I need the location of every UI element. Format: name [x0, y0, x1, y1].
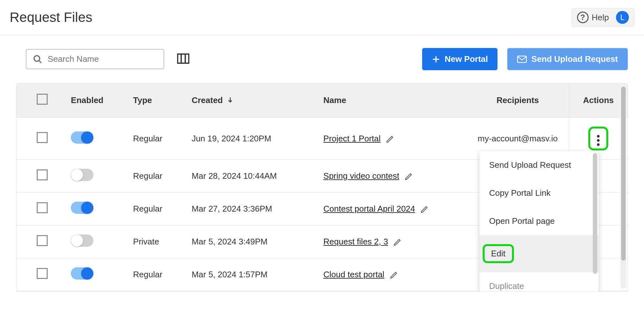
row-checkbox[interactable] — [37, 132, 48, 143]
select-all-checkbox[interactable] — [37, 94, 48, 105]
enabled-toggle[interactable] — [71, 169, 93, 181]
portals-table: Enabled Type Created Name Recipients Act… — [16, 83, 628, 291]
mail-icon — [517, 55, 527, 63]
dropdown-copy-link[interactable]: Copy Portal Link — [479, 179, 599, 207]
row-checkbox[interactable] — [37, 268, 48, 279]
page-title: Request Files — [10, 10, 92, 25]
col-created-label: Created — [192, 95, 223, 105]
row-actions-button[interactable] — [592, 134, 605, 147]
kebab-highlight — [588, 127, 608, 150]
edit-name-button[interactable] — [386, 135, 394, 143]
dropdown-edit-label: Edit — [491, 249, 506, 258]
send-upload-request-button[interactable]: Send Upload Request — [507, 48, 628, 70]
actions-dropdown: Send Upload Request Copy Portal Link Ope… — [479, 151, 599, 291]
edit-name-button[interactable] — [390, 271, 398, 279]
help-label: Help — [592, 13, 609, 23]
row-checkbox[interactable] — [37, 169, 48, 180]
row-name-link[interactable]: Request files 2, 3 — [323, 237, 388, 246]
new-portal-button[interactable]: New Portal — [422, 48, 497, 70]
col-actions-header: Actions — [569, 83, 628, 118]
help-button[interactable]: ? Help — [577, 12, 609, 23]
enabled-toggle[interactable] — [71, 267, 93, 280]
enabled-toggle[interactable] — [71, 131, 93, 144]
col-type-header[interactable]: Type — [130, 83, 188, 118]
avatar[interactable]: L — [616, 11, 629, 24]
row-type: Regular — [130, 118, 188, 160]
col-enabled-header[interactable]: Enabled — [68, 83, 130, 118]
edit-name-button[interactable] — [420, 205, 429, 214]
col-name-header[interactable]: Name — [320, 83, 467, 118]
sort-desc-icon — [227, 95, 233, 105]
search-icon — [33, 54, 43, 64]
row-name-link[interactable]: Project 1 Portal — [323, 134, 381, 143]
row-type: Regular — [130, 258, 188, 291]
row-created: Mar 5, 2024 1:57PM — [188, 258, 320, 291]
dropdown-edit[interactable]: Edit — [479, 235, 599, 272]
scrollbar-thumb[interactable] — [621, 87, 626, 261]
row-type: Private — [130, 225, 188, 258]
row-name-link[interactable]: Spring video contest — [323, 171, 399, 181]
dropdown-send-upload[interactable]: Send Upload Request — [479, 151, 599, 179]
row-created: Jun 19, 2024 1:20PM — [188, 118, 320, 160]
new-portal-label: New Portal — [445, 54, 488, 64]
search-input[interactable] — [48, 54, 157, 64]
scrollbar[interactable] — [620, 86, 626, 289]
svg-line-1 — [39, 60, 42, 63]
row-name-link[interactable]: Contest portal April 2024 — [323, 204, 415, 214]
row-checkbox[interactable] — [37, 235, 48, 246]
columns-icon — [177, 53, 189, 64]
svg-rect-2 — [178, 54, 189, 63]
edit-name-button[interactable] — [393, 238, 402, 246]
enabled-toggle[interactable] — [71, 202, 93, 214]
columns-button[interactable] — [177, 53, 189, 65]
row-name-link[interactable]: Cloud test portal — [323, 270, 384, 279]
row-type: Regular — [130, 193, 188, 225]
dropdown-duplicate[interactable]: Duplicate — [479, 272, 599, 291]
dropdown-scrollbar[interactable] — [593, 153, 597, 274]
row-created: Mar 28, 2024 10:44AM — [188, 160, 320, 193]
svg-point-0 — [34, 55, 40, 61]
row-created: Mar 5, 2024 3:49PM — [188, 225, 320, 258]
plus-icon — [432, 55, 440, 63]
enabled-toggle[interactable] — [71, 234, 93, 247]
edit-name-button[interactable] — [404, 172, 413, 181]
row-type: Regular — [130, 160, 188, 193]
row-created: Mar 27, 2024 3:36PM — [188, 193, 320, 225]
send-upload-label: Send Upload Request — [531, 54, 618, 64]
dropdown-open-portal[interactable]: Open Portal page — [479, 207, 599, 235]
search-box[interactable] — [26, 49, 164, 69]
edit-highlight: Edit — [483, 244, 514, 263]
svg-rect-7 — [518, 56, 527, 62]
help-icon: ? — [577, 12, 589, 23]
header-actions: ? Help L — [572, 8, 634, 27]
col-created-header[interactable]: Created — [188, 83, 320, 118]
col-recipients-header[interactable]: Recipients — [467, 83, 569, 118]
row-checkbox[interactable] — [37, 202, 48, 213]
